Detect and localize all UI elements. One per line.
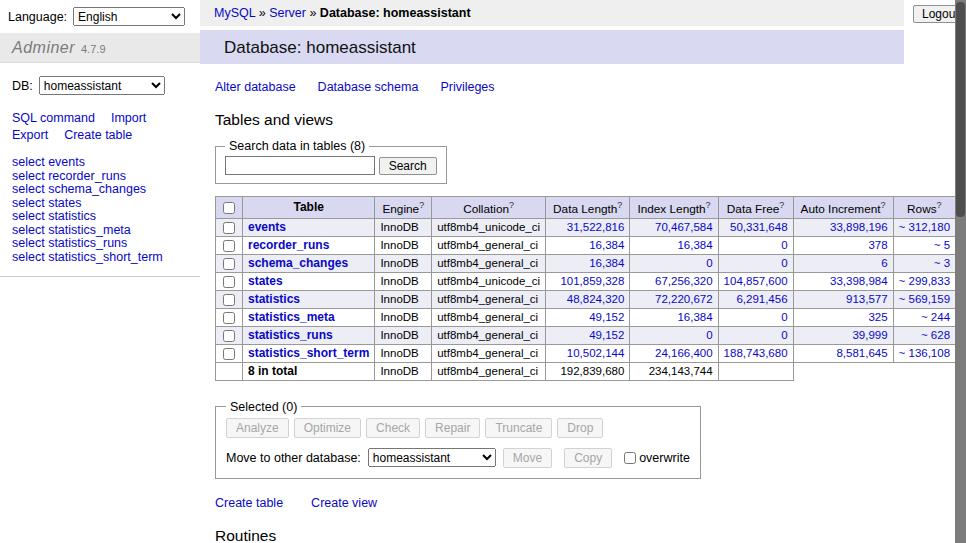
table-name-link[interactable]: statistics_runs [248, 328, 333, 342]
index-length-link[interactable]: 72,220,672 [655, 293, 713, 305]
move-database-select[interactable]: homeassistant [368, 448, 496, 467]
column-help-link[interactable]: ? [881, 200, 886, 210]
auto-increment-link[interactable]: 39,999 [852, 329, 887, 341]
drop-button[interactable]: Drop [557, 418, 603, 438]
overwrite-checkbox[interactable] [624, 452, 636, 464]
table-name-link[interactable]: events [248, 220, 286, 234]
move-button[interactable]: Move [503, 448, 552, 468]
row-checkbox[interactable] [223, 222, 235, 234]
data-free-link[interactable]: 0 [781, 257, 787, 269]
data-free-link[interactable]: 0 [781, 239, 787, 251]
select-events-link[interactable]: select events [12, 156, 188, 170]
language-select[interactable]: English [73, 7, 185, 26]
data-length-link[interactable]: 49,152 [589, 311, 624, 323]
column-help-link[interactable]: ? [509, 200, 514, 210]
rows-count-link[interactable]: ~ 136,108 [899, 347, 950, 359]
optimize-button[interactable]: Optimize [294, 418, 361, 438]
table-name-link[interactable]: statistics [248, 292, 300, 306]
create-table-link[interactable]: Create table [64, 128, 132, 142]
select-schema-changes-link[interactable]: select schema_changes [12, 183, 188, 197]
column-header-label: Index Length [637, 202, 705, 216]
sql-command-link[interactable]: SQL command [12, 111, 95, 125]
rows-count-link[interactable]: ~ 312,180 [899, 221, 950, 233]
rows-count-link[interactable]: ~ 5 [934, 239, 950, 251]
column-help-link[interactable]: ? [779, 200, 784, 210]
rows-count-link[interactable]: ~ 3 [934, 257, 950, 269]
data-free-link[interactable]: 0 [781, 311, 787, 323]
row-checkbox[interactable] [223, 240, 235, 252]
index-length-link[interactable]: 24,166,400 [655, 347, 713, 359]
index-length-link[interactable]: 16,384 [677, 311, 712, 323]
database-schema-link[interactable]: Database schema [318, 80, 419, 94]
search-input[interactable] [225, 156, 375, 175]
auto-increment-link[interactable]: 8,581,645 [836, 347, 887, 359]
index-length-link[interactable]: 67,256,320 [655, 275, 713, 287]
auto-increment-link[interactable]: 6 [881, 257, 887, 269]
data-length-link[interactable]: 48,824,320 [567, 293, 625, 305]
column-help-link[interactable]: ? [617, 200, 622, 210]
data-length-link[interactable]: 10,502,144 [567, 347, 625, 359]
export-link[interactable]: Export [12, 128, 48, 142]
server-breadcrumb-link[interactable]: Server [269, 6, 306, 20]
data-length-link[interactable]: 16,384 [589, 257, 624, 269]
auto-increment-link[interactable]: 378 [868, 239, 887, 251]
select-states-link[interactable]: select states [12, 197, 188, 211]
search-button[interactable]: Search [379, 157, 437, 175]
index-length-link[interactable]: 16,384 [677, 239, 712, 251]
index-length-link[interactable]: 70,467,584 [655, 221, 713, 233]
table-name-link[interactable]: states [248, 274, 283, 288]
row-checkbox[interactable] [223, 330, 235, 342]
row-checkbox[interactable] [223, 294, 235, 306]
row-checkbox[interactable] [223, 258, 235, 270]
alter-database-link[interactable]: Alter database [215, 80, 296, 94]
auto-increment-link[interactable]: 325 [868, 311, 887, 323]
select-statistics-runs-link[interactable]: select statistics_runs [12, 237, 188, 251]
rows-count-link[interactable]: ~ 299,833 [899, 275, 950, 287]
row-checkbox[interactable] [223, 276, 235, 288]
analyze-button[interactable]: Analyze [226, 418, 289, 438]
column-help-link[interactable]: ? [706, 200, 711, 210]
index-length-link[interactable]: 0 [706, 257, 712, 269]
select-statistics-meta-link[interactable]: select statistics_meta [12, 224, 188, 238]
data-length-link[interactable]: 16,384 [589, 239, 624, 251]
import-link[interactable]: Import [111, 111, 146, 125]
column-help-link[interactable]: ? [419, 200, 424, 210]
index-length-link[interactable]: 0 [706, 329, 712, 341]
column-help-link[interactable]: ? [937, 200, 942, 210]
copy-button[interactable]: Copy [564, 448, 612, 468]
vertical-scrollbar[interactable] [955, 0, 966, 543]
data-free-link[interactable]: 104,857,600 [724, 275, 788, 287]
db-select[interactable]: homeassistant [39, 76, 165, 95]
auto-increment-link[interactable]: 33,898,196 [830, 221, 888, 233]
data-length-link[interactable]: 31,522,816 [567, 221, 625, 233]
create-view-link[interactable]: Create view [311, 496, 377, 510]
select-statistics-link[interactable]: select statistics [12, 210, 188, 224]
rows-count-link[interactable]: ~ 569,159 [899, 293, 950, 305]
table-name-link[interactable]: statistics_meta [248, 310, 335, 324]
select-statistics-short-term-link[interactable]: select statistics_short_term [12, 251, 188, 265]
truncate-button[interactable]: Truncate [485, 418, 552, 438]
mysql-breadcrumb-link[interactable]: MySQL [214, 6, 255, 20]
table-name-link[interactable]: recorder_runs [248, 238, 329, 252]
data-free-link[interactable]: 50,331,648 [730, 221, 788, 233]
auto-increment-link[interactable]: 33,398,984 [830, 275, 888, 287]
select-all-checkbox[interactable] [223, 202, 235, 214]
rows-count-link[interactable]: ~ 244 [921, 311, 950, 323]
data-free-link[interactable]: 6,291,456 [736, 293, 787, 305]
data-free-link[interactable]: 188,743,680 [724, 347, 788, 359]
create-table-link[interactable]: Create table [215, 496, 283, 510]
data-length-link[interactable]: 101,859,328 [560, 275, 624, 287]
check-button[interactable]: Check [366, 418, 420, 438]
data-free-link[interactable]: 0 [781, 329, 787, 341]
scrollbar-thumb[interactable] [956, 2, 965, 217]
data-length-link[interactable]: 49,152 [589, 329, 624, 341]
table-name-link[interactable]: statistics_short_term [248, 346, 369, 360]
repair-button[interactable]: Repair [425, 418, 480, 438]
row-checkbox[interactable] [223, 348, 235, 360]
table-name-link[interactable]: schema_changes [248, 256, 348, 270]
select-recorder-runs-link[interactable]: select recorder_runs [12, 170, 188, 184]
auto-increment-link[interactable]: 913,577 [846, 293, 888, 305]
row-checkbox[interactable] [223, 312, 235, 324]
rows-count-link[interactable]: ~ 628 [921, 329, 950, 341]
privileges-link[interactable]: Privileges [440, 80, 494, 94]
